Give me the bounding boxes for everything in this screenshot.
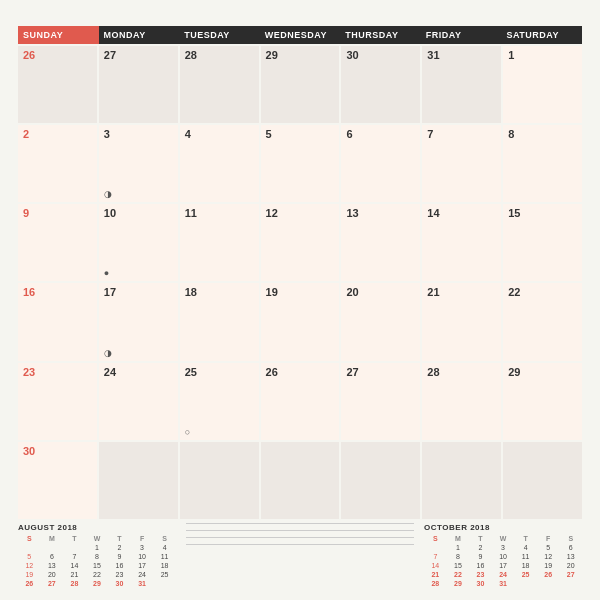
day-number: 5: [266, 128, 335, 140]
mini-cell: 31: [131, 579, 154, 588]
day-number: 27: [104, 49, 173, 61]
day-number: 30: [346, 49, 415, 61]
mini-cell: 4: [514, 543, 537, 552]
moon-icon: ●: [104, 268, 109, 278]
day-number: 1: [508, 49, 577, 61]
day-cell: 2: [18, 125, 97, 202]
mini-cell: 1: [447, 543, 470, 552]
day-cell: 25○: [180, 363, 259, 440]
day-cell: 30: [341, 46, 420, 123]
day-number: 20: [346, 286, 415, 298]
mini-cell: 21: [424, 570, 447, 579]
day-number: 2: [23, 128, 92, 140]
mini-cell: 29: [86, 579, 109, 588]
day-cell: [99, 442, 178, 519]
moon-icon: ○: [185, 427, 190, 437]
day-cell: 13: [341, 204, 420, 281]
day-number: 29: [508, 366, 577, 378]
day-header-saturday: SATURDAY: [501, 26, 582, 44]
mini-section: AUGUST 2018SMTWTFS1234567891011121314151…: [18, 523, 582, 588]
note-line: [186, 530, 414, 531]
day-number: 7: [427, 128, 496, 140]
day-number: 11: [185, 207, 254, 219]
mini-header: W: [86, 534, 109, 543]
day-cell: 12: [261, 204, 340, 281]
day-number: 23: [23, 366, 92, 378]
day-cell: 8: [503, 125, 582, 202]
mini-cell: 11: [153, 552, 176, 561]
day-header-monday: MONDAY: [99, 26, 180, 44]
note-line: [186, 537, 414, 538]
mini-cell: 12: [18, 561, 41, 570]
day-cell: 5: [261, 125, 340, 202]
mini-cell: 24: [131, 570, 154, 579]
mini-header: T: [63, 534, 86, 543]
mini-cell: 21: [63, 570, 86, 579]
calendar-grid: 262728293031123◑45678910●11121314151617◑…: [18, 46, 582, 519]
mini-cell: 18: [153, 561, 176, 570]
mini-cell: 13: [559, 552, 582, 561]
day-number: 26: [23, 49, 92, 61]
day-header-sunday: SUNDAY: [18, 26, 99, 44]
day-number: 15: [508, 207, 577, 219]
mini-cell: 2: [469, 543, 492, 552]
day-number: 14: [427, 207, 496, 219]
day-number: 12: [266, 207, 335, 219]
mini-cell: 14: [63, 561, 86, 570]
mini-header: M: [447, 534, 470, 543]
day-number: 30: [23, 445, 92, 457]
mini-cell: 6: [559, 543, 582, 552]
calendar-wrapper: SUNDAYMONDAYTUESDAYWEDNESDAYTHURSDAYFRID…: [0, 0, 600, 600]
mini-cell: 14: [424, 561, 447, 570]
mini-cell: 12: [537, 552, 560, 561]
mini-cell: 2: [108, 543, 131, 552]
mini-cell: 25: [153, 570, 176, 579]
mini-header: S: [153, 534, 176, 543]
mini-cell: 11: [514, 552, 537, 561]
mini-cell: 6: [41, 552, 64, 561]
mini-cell: 7: [63, 552, 86, 561]
mini-cell: [41, 543, 64, 552]
mini-cell: [424, 543, 447, 552]
day-number: 29: [266, 49, 335, 61]
mini-header: F: [131, 534, 154, 543]
mini-cal-grid: SMTWTFS123456789101112131415161718192021…: [18, 534, 176, 588]
day-cell: 20: [341, 283, 420, 360]
day-cell: 29: [503, 363, 582, 440]
mini-cal-grid: SMTWTFS123456789101112131415161718192021…: [424, 534, 582, 588]
day-number: 26: [266, 366, 335, 378]
day-cell: 19: [261, 283, 340, 360]
day-number: 9: [23, 207, 92, 219]
day-number: 16: [23, 286, 92, 298]
mini-cell: 20: [559, 561, 582, 570]
mini-cell: 26: [18, 579, 41, 588]
mini-cell: 28: [63, 579, 86, 588]
day-cell: 1: [503, 46, 582, 123]
mini-cell: [514, 579, 537, 588]
day-cell: [261, 442, 340, 519]
mini-cell: 28: [424, 579, 447, 588]
mini-cell: 15: [86, 561, 109, 570]
moon-icon: ◑: [104, 348, 112, 358]
mini-cell: [559, 579, 582, 588]
notes-area: [186, 523, 414, 545]
mini-cell: 29: [447, 579, 470, 588]
day-header-thursday: THURSDAY: [340, 26, 421, 44]
day-cell: 3◑: [99, 125, 178, 202]
day-cell: 15: [503, 204, 582, 281]
day-headers: SUNDAYMONDAYTUESDAYWEDNESDAYTHURSDAYFRID…: [18, 26, 582, 44]
day-cell: 16: [18, 283, 97, 360]
mini-cell: 23: [108, 570, 131, 579]
mini-header: S: [424, 534, 447, 543]
day-number: 31: [427, 49, 496, 61]
mini-header: T: [514, 534, 537, 543]
mini-cell: 16: [469, 561, 492, 570]
day-cell: 17◑: [99, 283, 178, 360]
mini-cell: 13: [41, 561, 64, 570]
mini-cell: 9: [469, 552, 492, 561]
mini-cell: 22: [447, 570, 470, 579]
day-cell: 6: [341, 125, 420, 202]
mini-cell: 22: [86, 570, 109, 579]
day-cell: 29: [261, 46, 340, 123]
day-cell: 27: [99, 46, 178, 123]
